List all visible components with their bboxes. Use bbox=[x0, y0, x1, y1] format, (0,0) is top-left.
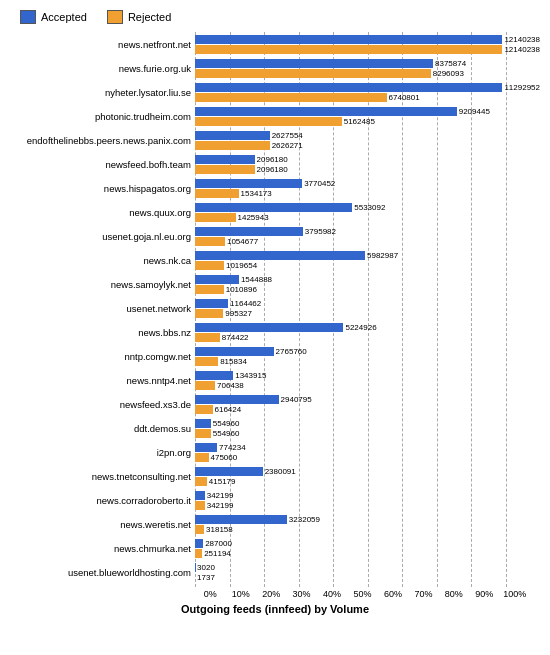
accepted-value: 12140238 bbox=[504, 35, 540, 44]
accepted-label: Accepted bbox=[41, 11, 87, 23]
x-axis-label: 10% bbox=[225, 589, 255, 599]
rejected-bar bbox=[195, 45, 502, 54]
y-axis-label: nyheter.lysator.liu.se bbox=[10, 80, 195, 104]
bar-row: 30201737 bbox=[195, 560, 540, 584]
accepted-bar bbox=[195, 323, 343, 332]
accepted-value: 5224926 bbox=[345, 323, 376, 332]
y-axis-label: news.corradoroberto.it bbox=[10, 488, 195, 512]
rejected-bar bbox=[195, 117, 342, 126]
accepted-bar bbox=[195, 419, 211, 428]
rejected-value: 415179 bbox=[209, 477, 236, 486]
y-axis-label: news.netfront.net bbox=[10, 32, 195, 56]
rejected-value: 616424 bbox=[215, 405, 242, 414]
rejected-value: 706438 bbox=[217, 381, 244, 390]
accepted-bar-line: 1343915 bbox=[195, 371, 540, 380]
accepted-bar-line: 2627554 bbox=[195, 131, 540, 140]
accepted-bar bbox=[195, 347, 274, 356]
y-axis-label: photonic.trudheim.com bbox=[10, 104, 195, 128]
y-axis-label: news.furie.org.uk bbox=[10, 56, 195, 80]
accepted-bar-line: 9209445 bbox=[195, 107, 540, 116]
x-axis-label: 100% bbox=[500, 589, 530, 599]
bar-row: 20961802096180 bbox=[195, 152, 540, 176]
chart-title: Outgoing feeds (innfeed) by Volume bbox=[10, 603, 540, 615]
rejected-value: 995327 bbox=[225, 309, 252, 318]
accepted-bar bbox=[195, 227, 303, 236]
rejected-bar bbox=[195, 141, 270, 150]
bar-row: 37959821054677 bbox=[195, 224, 540, 248]
accepted-value: 2940795 bbox=[281, 395, 312, 404]
rejected-bar-line: 874422 bbox=[195, 333, 540, 342]
rejected-bar bbox=[195, 453, 209, 462]
accepted-value: 2096180 bbox=[257, 155, 288, 164]
rejected-bar bbox=[195, 501, 205, 510]
accepted-value: 3232059 bbox=[289, 515, 320, 524]
accepted-value: 342199 bbox=[207, 491, 234, 500]
accepted-value: 2765760 bbox=[276, 347, 307, 356]
rejected-bar-line: 815834 bbox=[195, 357, 540, 366]
rejected-bar bbox=[195, 477, 207, 486]
bar-row: 55330921425943 bbox=[195, 200, 540, 224]
rejected-bar bbox=[195, 525, 204, 534]
accepted-value: 774234 bbox=[219, 443, 246, 452]
rejected-value: 251194 bbox=[204, 549, 231, 558]
bar-row: 3232059318158 bbox=[195, 512, 540, 536]
rejected-bar bbox=[195, 429, 211, 438]
y-axis-labels: news.netfront.netnews.furie.org.uknyhete… bbox=[10, 32, 195, 587]
rejected-value: 2626271 bbox=[272, 141, 303, 150]
accepted-bar bbox=[195, 59, 433, 68]
rejected-bar-line: 1425943 bbox=[195, 213, 540, 222]
accepted-value: 1343915 bbox=[235, 371, 266, 380]
accepted-bar-line: 3020 bbox=[195, 563, 540, 572]
rejected-bar-line: 5162485 bbox=[195, 117, 540, 126]
x-axis-row: 0%10%20%30%40%50%60%70%80%90%100% bbox=[195, 589, 530, 599]
accepted-bar bbox=[195, 35, 502, 44]
bar-row: 1214023812140238 bbox=[195, 32, 540, 56]
accepted-value: 554960 bbox=[213, 419, 240, 428]
rejected-bar-line: 475060 bbox=[195, 453, 540, 462]
accepted-bar bbox=[195, 107, 457, 116]
rejected-bar-line: 995327 bbox=[195, 309, 540, 318]
rejected-bar-line: 1019654 bbox=[195, 261, 540, 270]
y-axis-label: news.nntp4.net bbox=[10, 368, 195, 392]
accepted-bar bbox=[195, 515, 287, 524]
bars-area: 1214023812140238837587482960931129295267… bbox=[195, 32, 540, 587]
rejected-bar bbox=[195, 357, 218, 366]
x-axis-label: 0% bbox=[195, 589, 225, 599]
accepted-value: 2627554 bbox=[272, 131, 303, 140]
bar-row: 83758748296093 bbox=[195, 56, 540, 80]
y-axis-label: news.quux.org bbox=[10, 200, 195, 224]
accepted-bar bbox=[195, 443, 217, 452]
accepted-bar bbox=[195, 371, 233, 380]
accepted-bar-line: 3795982 bbox=[195, 227, 540, 236]
accepted-bar-line: 5982987 bbox=[195, 251, 540, 260]
rejected-bar-line: 8296093 bbox=[195, 69, 540, 78]
rejected-bar bbox=[195, 549, 202, 558]
bar-row: 2765760815834 bbox=[195, 344, 540, 368]
bar-row: 59829871019654 bbox=[195, 248, 540, 272]
accepted-bar bbox=[195, 275, 239, 284]
accepted-bar-line: 2096180 bbox=[195, 155, 540, 164]
rejected-value: 1534173 bbox=[241, 189, 272, 198]
legend-accepted: Accepted bbox=[20, 10, 87, 24]
bar-row: 112929526740801 bbox=[195, 80, 540, 104]
rejected-value: 554960 bbox=[213, 429, 240, 438]
accepted-value: 8375874 bbox=[435, 59, 466, 68]
bar-row: 342199342199 bbox=[195, 488, 540, 512]
bar-row: 1164462995327 bbox=[195, 296, 540, 320]
rejected-bar-line: 2096180 bbox=[195, 165, 540, 174]
rejected-bar bbox=[195, 69, 431, 78]
accepted-value: 5533092 bbox=[354, 203, 385, 212]
accepted-bar-line: 8375874 bbox=[195, 59, 540, 68]
accepted-bar-line: 5224926 bbox=[195, 323, 540, 332]
y-axis-label: usenet.network bbox=[10, 296, 195, 320]
rejected-bar bbox=[195, 285, 224, 294]
accepted-bar bbox=[195, 83, 502, 92]
x-axis-label: 30% bbox=[286, 589, 316, 599]
y-axis-label: nntp.comgw.net bbox=[10, 344, 195, 368]
rejected-value: 815834 bbox=[220, 357, 247, 366]
rejected-bar-line: 342199 bbox=[195, 501, 540, 510]
accepted-value: 1164462 bbox=[230, 299, 261, 308]
x-axis-label: 50% bbox=[347, 589, 377, 599]
bar-row: 26275542626271 bbox=[195, 128, 540, 152]
rejected-bar bbox=[195, 405, 213, 414]
